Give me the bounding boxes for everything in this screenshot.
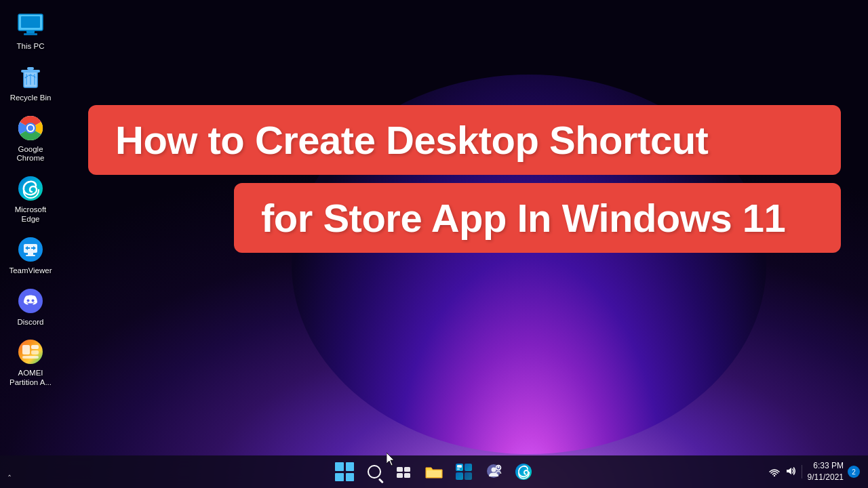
taskbar-file-explorer[interactable] — [420, 458, 448, 485]
tray-separator — [802, 465, 802, 479]
svg-point-20 — [27, 299, 30, 302]
title-banner-line2: for Store App In Windows 11 — [234, 183, 841, 253]
start-button[interactable] — [331, 458, 358, 485]
taskbar-left: ‸ — [8, 467, 62, 476]
taskbar-widgets[interactable] — [450, 458, 477, 485]
svg-point-22 — [18, 340, 43, 364]
svg-rect-2 — [26, 30, 35, 33]
aomei-icon — [17, 338, 44, 365]
svg-rect-30 — [404, 473, 410, 478]
svg-rect-23 — [22, 345, 30, 354]
taskbar-center — [331, 458, 537, 485]
network-icon[interactable] — [769, 466, 780, 479]
svg-rect-25 — [31, 350, 39, 354]
desktop-icon-teamviewer[interactable]: TeamViewer — [3, 231, 58, 280]
tray-show-hidden-icon[interactable]: ‸ — [8, 467, 11, 476]
desktop-icon-edge[interactable]: Microsoft Edge — [3, 170, 58, 228]
title-banner-line1: How to Create Desktop Shortcut — [88, 105, 841, 175]
taskbar-system-tray: 6:33 PM 9/11/2021 2 — [769, 460, 860, 483]
desktop-icon-recycle-bin[interactable]: Recycle Bin — [3, 58, 58, 107]
recycle-bin-icon — [18, 63, 43, 90]
taskbar-edge[interactable] — [510, 458, 537, 485]
svg-point-39 — [492, 468, 496, 472]
svg-point-41 — [498, 466, 500, 468]
chrome-icon — [17, 115, 44, 142]
taskview-icon — [397, 466, 412, 478]
desktop-icon-aomei[interactable]: AOMEI Partition A... — [3, 333, 58, 392]
windows-logo-icon — [335, 462, 354, 481]
edge-taskbar-icon — [515, 463, 532, 481]
svg-point-13 — [28, 125, 33, 131]
search-icon — [368, 465, 381, 479]
taskbar-tray-overflow: ‸ — [8, 467, 11, 476]
svg-rect-28 — [404, 467, 410, 472]
svg-rect-5 — [21, 70, 40, 73]
svg-rect-6 — [27, 67, 34, 70]
taskbar: ‸ — [0, 455, 868, 488]
svg-point-43 — [773, 474, 774, 476]
svg-rect-3 — [24, 33, 37, 35]
svg-rect-1 — [21, 16, 40, 28]
svg-rect-34 — [456, 472, 463, 480]
teams-icon — [485, 464, 502, 480]
notification-badge[interactable]: 2 — [848, 466, 860, 478]
file-explorer-icon — [425, 464, 443, 479]
volume-icon[interactable] — [785, 466, 796, 479]
tray-icons-group — [769, 466, 796, 479]
svg-rect-37 — [457, 468, 460, 470]
svg-rect-17 — [28, 253, 33, 255]
svg-rect-35 — [465, 472, 472, 480]
teamviewer-icon — [17, 236, 44, 263]
svg-rect-33 — [465, 464, 472, 471]
svg-rect-29 — [397, 473, 403, 478]
svg-point-21 — [32, 299, 35, 302]
svg-rect-36 — [457, 465, 462, 468]
thumbnail-overlay: How to Create Desktop Shortcut for Store… — [88, 105, 841, 288]
widgets-icon — [456, 464, 472, 480]
desktop-icon-discord[interactable]: Discord — [3, 283, 58, 331]
svg-rect-24 — [31, 345, 39, 349]
svg-rect-31 — [427, 470, 441, 477]
svg-rect-18 — [26, 255, 35, 256]
edge-icon — [17, 175, 44, 202]
svg-rect-27 — [397, 467, 403, 472]
desktop-icon-chrome[interactable]: Google Chrome — [3, 110, 58, 168]
taskbar-teams[interactable] — [480, 458, 507, 485]
this-pc-icon — [17, 13, 44, 37]
svg-rect-26 — [22, 356, 39, 359]
search-button[interactable] — [361, 458, 388, 485]
discord-icon — [17, 287, 44, 314]
desktop-icon-this-pc[interactable]: This PC — [3, 7, 58, 56]
task-view-button[interactable] — [391, 458, 418, 485]
desktop-icons-area: This PC Recycle Bin — [0, 0, 61, 454]
system-clock[interactable]: 6:33 PM 9/11/2021 — [808, 460, 844, 483]
